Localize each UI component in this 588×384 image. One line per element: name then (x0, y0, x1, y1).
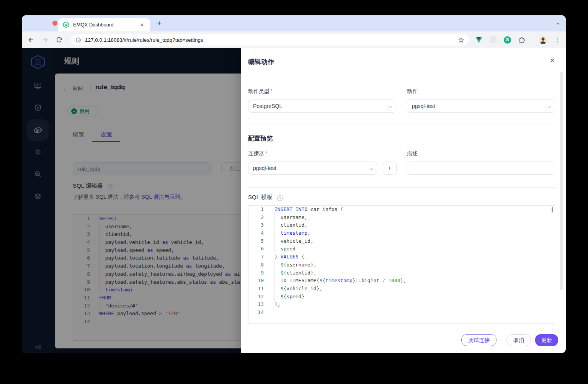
add-connector-button[interactable]: + (383, 162, 397, 175)
code-line: 10 TO_TIMESTAMP(${timestamp}::bigint / 1… (248, 277, 555, 285)
connector-value: pgsql-test (253, 165, 276, 171)
browser-tab[interactable]: EMQX Dashboard ✕ (58, 18, 150, 31)
vue-devtools-icon[interactable] (475, 36, 483, 44)
action-label: 动作 (407, 88, 418, 95)
action-type-select[interactable]: PostgreSQL (248, 100, 396, 113)
update-button[interactable]: 更新 (535, 334, 558, 346)
forward-icon[interactable] (41, 36, 49, 44)
connector-select[interactable]: pgsql-test (248, 162, 377, 175)
site-info-icon[interactable] (75, 37, 81, 43)
browser-menu-icon[interactable]: ⋮ (553, 36, 562, 44)
drawer-title: 编辑动作 (248, 57, 274, 66)
required-asterisk: * (271, 88, 273, 94)
reload-icon[interactable] (55, 36, 64, 44)
description-label: 描述 (407, 150, 418, 157)
line-number: 3 (248, 221, 264, 229)
grammarly-icon[interactable]: G (503, 36, 511, 44)
profile-avatar[interactable] (539, 36, 547, 44)
sql-template-help-icon[interactable]: ? (277, 195, 283, 201)
code-line: 5 vehicle_id, (248, 237, 555, 245)
line-number: 4 (248, 229, 264, 237)
code-line: 14 (248, 309, 555, 317)
app-viewport: 规则 ‹ 返回 | rule_tqdq 启用 概览 设置 rule_tqdq 备… (22, 48, 566, 353)
window-close-button[interactable] (52, 21, 57, 26)
chevron-down-icon (389, 105, 392, 108)
line-number: 9 (248, 269, 264, 277)
url-bar[interactable]: 127.0.0.1:18083/#/rule/rules/rule_tqdq?t… (71, 34, 469, 46)
line-number: 13 (248, 301, 264, 309)
code-line: 1INSERT INTO car_infos ( (248, 206, 555, 214)
toolbar-separator (530, 37, 530, 43)
emqx-favicon-icon (63, 21, 69, 28)
description-input[interactable] (407, 162, 555, 175)
action-select[interactable]: pgsql-test (407, 100, 555, 113)
tab-title: EMQX Dashboard (73, 22, 139, 28)
sql-template-label: SQL 模板 (248, 194, 273, 200)
line-number: 8 (248, 261, 264, 269)
disabled-extension-icon[interactable] (489, 36, 497, 44)
line-number: 5 (248, 237, 264, 245)
line-number: 1 (248, 206, 264, 214)
drawer-close-icon[interactable]: ✕ (550, 57, 555, 65)
edit-action-drawer: 编辑动作 ✕ 动作类型* 动作 PostgreSQL pgsql-test 配置… (241, 48, 566, 353)
browser-window: EMQX Dashboard ✕ + ⌄ 127.0.0.1:18083/#/r… (22, 15, 566, 353)
code-line: 3 clientid, (248, 221, 555, 229)
tab-close-icon[interactable]: ✕ (139, 21, 145, 28)
chevron-down-icon (369, 167, 372, 170)
line-number: 2 (248, 214, 264, 222)
section-divider (248, 124, 556, 124)
code-line: 12 ${speed} (248, 293, 555, 301)
code-line: 13); (248, 301, 555, 309)
code-scrollbar-thumb[interactable] (552, 207, 553, 212)
line-number: 12 (248, 293, 264, 301)
code-line: 8 ${username}, (248, 261, 555, 269)
code-line: 2 username, (248, 214, 555, 222)
tab-search-chevron-icon[interactable]: ⌄ (556, 20, 560, 26)
config-preview-heading: 配置预览 (248, 135, 273, 143)
test-connection-button[interactable]: 测试连接 (461, 334, 497, 346)
chevron-down-icon (547, 105, 550, 108)
sql-template-code-block[interactable]: 1INSERT INTO car_infos (2 username,3 cli… (248, 205, 555, 324)
code-line: 11 ${vehicle_id}, (248, 285, 555, 293)
line-number: 7 (248, 253, 264, 261)
drawer-scrollbar-thumb[interactable] (560, 72, 563, 290)
action-type-value: PostgreSQL (253, 103, 282, 109)
action-value: pgsql-test (412, 103, 435, 109)
browser-tabstrip: EMQX Dashboard ✕ + ⌄ (22, 15, 566, 31)
required-asterisk: * (265, 150, 267, 156)
connector-label: 连接器* (248, 150, 267, 157)
browser-toolbar: 127.0.0.1:18083/#/rule/rules/rule_tqdq?t… (22, 31, 566, 48)
line-number: 10 (248, 277, 264, 285)
line-number: 14 (248, 309, 264, 317)
code-line: 4 timestamp, (248, 229, 555, 237)
line-number: 11 (248, 285, 264, 293)
cancel-button[interactable]: 取消 (506, 334, 531, 346)
code-line: 6 speed (248, 245, 555, 253)
sql-template-label-row: SQL 模板 ? (248, 194, 283, 201)
code-line: 9 ${clientid}, (248, 269, 555, 277)
section-divider (248, 187, 556, 188)
line-number: 6 (248, 245, 264, 253)
bookmark-star-icon[interactable] (458, 37, 464, 43)
url-text[interactable]: 127.0.0.1:18083/#/rule/rules/rule_tqdq?t… (85, 37, 458, 43)
action-type-label: 动作类型* (248, 88, 273, 95)
back-icon[interactable] (27, 36, 35, 44)
new-tab-button[interactable]: + (155, 19, 164, 28)
code-line: 7) VALUES ( (248, 253, 555, 261)
extensions-puzzle-icon[interactable] (518, 36, 526, 44)
